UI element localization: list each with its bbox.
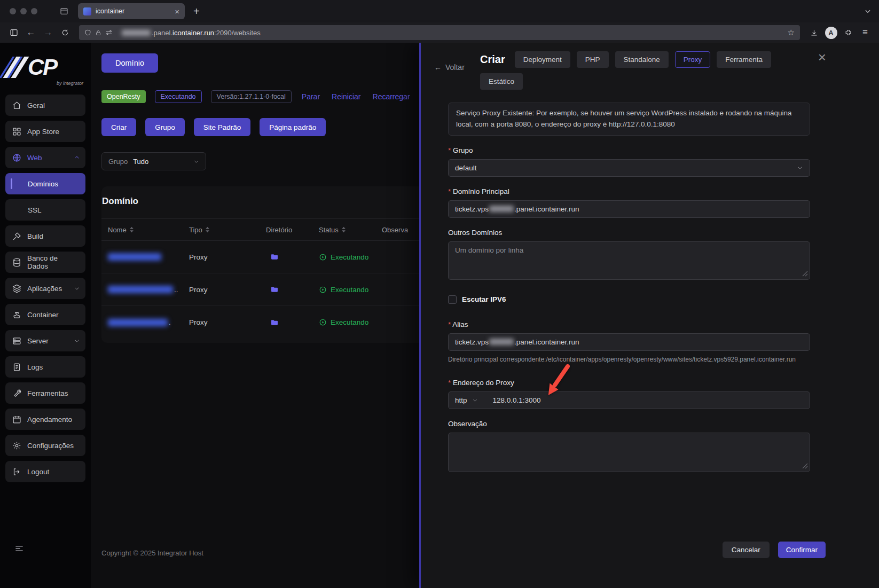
sidebar-item-build[interactable]: Build bbox=[5, 225, 85, 247]
stop-link[interactable]: Parar bbox=[302, 92, 320, 101]
column-nome[interactable]: Nome bbox=[108, 226, 189, 234]
domain-name-redacted[interactable]: . bbox=[108, 318, 189, 326]
default-site-button[interactable]: Site Padrão bbox=[194, 118, 251, 136]
domain-page-button[interactable]: Domínio bbox=[101, 53, 158, 73]
sidebar-item-web[interactable]: Web bbox=[5, 147, 85, 168]
redacted-text bbox=[489, 206, 514, 212]
observation-textarea[interactable] bbox=[448, 433, 810, 472]
folder-icon[interactable] bbox=[270, 253, 319, 261]
layers-icon bbox=[12, 284, 21, 293]
traffic-light-zoom[interactable] bbox=[31, 8, 37, 14]
tab-list-chevron-icon[interactable] bbox=[864, 7, 872, 15]
tab-proxy[interactable]: Proxy bbox=[675, 51, 711, 68]
lock-icon[interactable] bbox=[95, 29, 101, 36]
alias-input[interactable]: ticketz.vps.panel.icontainer.run bbox=[448, 333, 810, 351]
proxy-address-input[interactable]: 128.0.0.1:3000 bbox=[493, 396, 541, 404]
sidebar-item-server[interactable]: Server bbox=[5, 330, 85, 351]
tab-standalone[interactable]: Standalone bbox=[615, 51, 669, 68]
sidebar-nav: Geral App Store Web Domínios SSL bbox=[0, 95, 91, 487]
sidebar-item-app-store[interactable]: App Store bbox=[5, 121, 85, 142]
extensions-icon[interactable] bbox=[839, 25, 857, 40]
tab-ferramenta[interactable]: Ferramenta bbox=[717, 51, 771, 68]
sidebar-item-ferramentas[interactable]: Ferramentas bbox=[5, 382, 85, 404]
browser-chrome: icontainer × + ← → bbox=[0, 0, 879, 43]
reload-link[interactable]: Recarregar bbox=[373, 92, 410, 101]
create-button[interactable]: Criar bbox=[101, 118, 136, 136]
traffic-light-minimize[interactable] bbox=[20, 8, 27, 14]
domain-name-redacted[interactable]: .. bbox=[108, 286, 189, 294]
primary-domain-input[interactable]: ticketz.vps.panel.icontainer.run bbox=[448, 200, 810, 218]
group-filter-select[interactable]: Grupo Tudo bbox=[101, 152, 206, 170]
tab-strip: icontainer × + bbox=[0, 0, 879, 22]
proxy-address-label: Endereço do Proxy bbox=[448, 379, 810, 387]
sidebar-item-logs[interactable]: Logs bbox=[5, 356, 85, 378]
tab-close-icon[interactable]: × bbox=[175, 7, 179, 15]
sidebar-item-geral[interactable]: Geral bbox=[5, 95, 85, 116]
forward-button[interactable]: → bbox=[40, 25, 57, 40]
calendar-icon bbox=[12, 415, 21, 424]
sidebar-item-aplicacoes[interactable]: Aplicações bbox=[5, 278, 85, 299]
row-tipo: Proxy bbox=[189, 253, 266, 261]
tab-php[interactable]: PHP bbox=[577, 51, 609, 68]
proxy-scheme-select[interactable]: http bbox=[449, 396, 484, 404]
chevron-down-icon bbox=[797, 164, 803, 171]
home-icon bbox=[12, 101, 21, 110]
reload-button[interactable] bbox=[57, 25, 74, 40]
drawer-title: Criar bbox=[480, 53, 505, 66]
shield-icon[interactable] bbox=[84, 29, 91, 36]
sidebar-item-configuracoes[interactable]: Configurações bbox=[5, 435, 85, 456]
resize-grip-icon[interactable] bbox=[802, 463, 808, 469]
sidebar-item-label: Domínios bbox=[28, 180, 58, 188]
sidebar-item-label: Configurações bbox=[27, 442, 74, 450]
permissions-icon[interactable] bbox=[105, 29, 113, 36]
sidebar-item-banco-de-dados[interactable]: Banco de Dados bbox=[5, 252, 85, 273]
column-diretorio: Diretório bbox=[266, 226, 319, 234]
bookmark-star-icon[interactable]: ☆ bbox=[788, 28, 795, 37]
folder-icon[interactable] bbox=[270, 285, 319, 294]
restart-link[interactable]: Reiniciar bbox=[332, 92, 360, 101]
firefox-view-icon[interactable] bbox=[60, 7, 68, 15]
browser-tab[interactable]: icontainer × bbox=[78, 3, 185, 19]
sort-icon[interactable] bbox=[205, 226, 210, 233]
window-controls bbox=[10, 8, 42, 14]
tab-deployment[interactable]: Deployment bbox=[515, 51, 570, 68]
sidebar-item-agendamento[interactable]: Agendamento bbox=[5, 409, 85, 430]
back-button[interactable]: ← bbox=[22, 25, 40, 40]
alias-label: Alias bbox=[448, 320, 810, 328]
menu-hamburger-icon[interactable]: ≡ bbox=[857, 25, 874, 40]
domain-name-redacted[interactable] bbox=[108, 253, 189, 261]
group-button[interactable]: Grupo bbox=[145, 118, 185, 136]
traffic-light-close[interactable] bbox=[10, 8, 16, 14]
sidebar-item-container[interactable]: Container bbox=[5, 304, 85, 325]
sort-icon[interactable] bbox=[341, 226, 346, 233]
address-bar[interactable]: .panel.icontainer.run:2090/websites ☆ bbox=[79, 25, 800, 40]
sidebar-item-dominios[interactable]: Domínios bbox=[5, 173, 85, 194]
resize-grip-icon[interactable] bbox=[802, 271, 808, 277]
service-badge: OpenResty bbox=[101, 90, 146, 103]
column-tipo[interactable]: Tipo bbox=[189, 226, 266, 234]
new-tab-button[interactable]: + bbox=[193, 5, 200, 18]
globe-icon bbox=[12, 153, 21, 162]
tab-estatico[interactable]: Estático bbox=[480, 73, 523, 90]
group-select[interactable]: default bbox=[448, 159, 810, 177]
confirm-button[interactable]: Confirmar bbox=[778, 542, 826, 558]
tab-title: icontainer bbox=[96, 7, 170, 15]
sidebar-collapse-icon[interactable] bbox=[0, 543, 91, 588]
default-page-button[interactable]: Página padrão bbox=[260, 118, 326, 136]
close-icon[interactable]: × bbox=[818, 50, 826, 64]
sidebar-item-logout[interactable]: Logout bbox=[5, 461, 85, 482]
sidebar-item-ssl[interactable]: SSL bbox=[5, 199, 85, 221]
ipv6-checkbox[interactable] bbox=[448, 295, 457, 304]
back-link[interactable]: ← Voltar bbox=[434, 63, 465, 72]
sort-icon[interactable] bbox=[129, 226, 134, 233]
observation-label: Observação bbox=[448, 420, 810, 428]
downloads-icon[interactable] bbox=[805, 25, 822, 40]
cancel-button[interactable]: Cancelar bbox=[723, 542, 770, 558]
account-avatar[interactable]: A bbox=[822, 25, 839, 40]
column-status[interactable]: Status bbox=[319, 226, 382, 234]
folder-icon[interactable] bbox=[270, 318, 319, 327]
url-text: .panel.icontainer.run:2090/websites bbox=[121, 29, 784, 37]
other-domains-textarea[interactable] bbox=[448, 241, 810, 280]
sidebar-toggle-icon[interactable] bbox=[5, 25, 22, 40]
copyright: Copyright © 2025 Integrator Host bbox=[101, 549, 203, 557]
